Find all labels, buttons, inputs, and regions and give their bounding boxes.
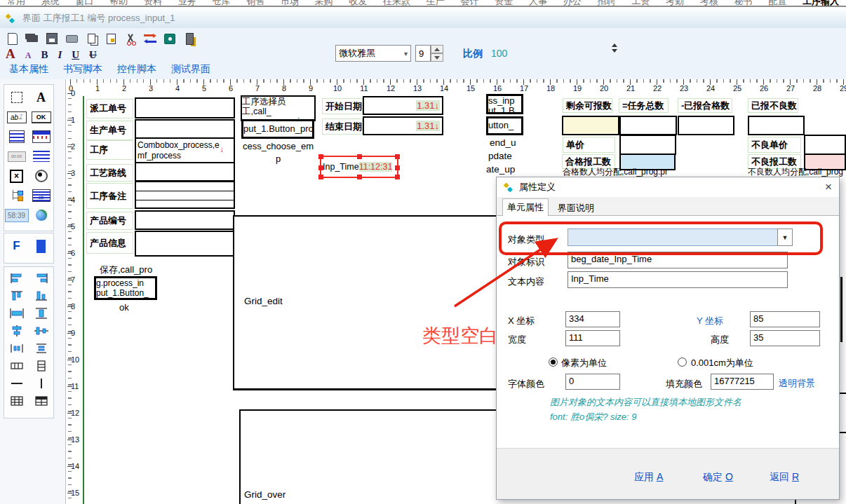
reported-bad-input[interactable] [748, 116, 805, 135]
italic-button[interactable]: I [58, 49, 62, 61]
horizontal-line-icon[interactable] [10, 378, 24, 389]
selection-handle[interactable] [357, 175, 362, 179]
selection-handle[interactable] [357, 154, 362, 159]
menu-item[interactable]: 业务 [178, 0, 196, 7]
field-input-process[interactable]: Combobox_process,e mf_process ↓ [135, 137, 235, 163]
text-content-input[interactable]: Inp_Time [568, 271, 788, 288]
swap-arrows-icon[interactable] [143, 32, 157, 46]
memo-tool-icon[interactable] [9, 130, 25, 143]
selection-handle[interactable] [318, 165, 323, 170]
font-size-stepper[interactable] [431, 45, 443, 62]
font-color-input[interactable]: 0 [565, 374, 620, 390]
datagrid-tool-icon[interactable] [32, 130, 51, 143]
equal-hspacing-icon[interactable] [10, 343, 24, 354]
listview-tool-icon[interactable]: ab [32, 189, 51, 202]
save-button[interactable]: g.process_in put_1.Button_ [94, 276, 157, 300]
menu-item[interactable]: 收发 [349, 0, 367, 7]
same-width-icon[interactable] [10, 308, 24, 319]
script-icon[interactable] [163, 32, 177, 46]
tab-test-ui[interactable]: 测试界面 [171, 63, 210, 76]
dialog-tab-ui-notes[interactable]: 界面说明 [553, 200, 599, 216]
width-input[interactable]: 111 [565, 330, 620, 346]
emp-choose-button-2[interactable]: put_1.Button_pro [241, 119, 314, 139]
menu-item[interactable]: 采购 [315, 0, 333, 7]
dialog-close-icon[interactable]: × [825, 180, 832, 194]
ok-button[interactable]: 确定 O [703, 471, 733, 484]
x-coord-input[interactable]: 334 [565, 311, 620, 327]
align-bottom-icon[interactable] [34, 290, 48, 301]
equal-vspacing-icon[interactable] [34, 343, 48, 354]
menu-item[interactable]: 会计 [461, 0, 479, 7]
rows-icon[interactable] [34, 360, 48, 372]
time-box-tool-icon[interactable]: 00:00 [8, 151, 26, 162]
select-tool-icon[interactable] [11, 92, 22, 103]
columns-icon[interactable] [10, 360, 24, 372]
font-family-select[interactable]: 微软雅黑 ▾ [335, 45, 411, 62]
menu-item[interactable]: 往来款 [383, 0, 410, 7]
new-file-icon[interactable] [6, 32, 20, 46]
print-preview-icon[interactable] [65, 32, 79, 46]
menu-item[interactable]: 市场 [281, 0, 299, 7]
field-input-dispatch-no[interactable] [135, 97, 235, 118]
selection-handle[interactable] [318, 154, 323, 159]
same-height-icon[interactable] [34, 308, 48, 319]
selection-handle[interactable] [318, 175, 323, 179]
scale-spinner[interactable] [612, 43, 617, 53]
tab-control-script[interactable]: 控件脚本 [117, 63, 156, 76]
start-date-input[interactable]: 1.31↓ [363, 96, 443, 115]
align-left-icon[interactable] [10, 273, 24, 284]
menu-item[interactable]: 帮助 [109, 0, 128, 7]
tree-tool-icon[interactable] [11, 190, 23, 201]
task-total-input[interactable] [619, 116, 677, 135]
menu-item[interactable]: 人事 [529, 0, 547, 7]
emp-choose-button[interactable]: 工序选择员工,call_ prog.process_in [241, 95, 316, 121]
copy-icon[interactable] [84, 32, 98, 46]
align-right-icon[interactable] [34, 273, 48, 284]
unit-cm-radio[interactable] [678, 357, 687, 367]
field-input-product-info[interactable] [135, 231, 235, 257]
label-tool-icon[interactable]: A [36, 90, 46, 105]
menu-item[interactable]: 生产 [427, 0, 445, 7]
apply-button[interactable]: 应用 A [634, 471, 663, 484]
selection-handle[interactable] [395, 154, 400, 159]
table-icon[interactable] [34, 395, 48, 407]
menu-item[interactable]: 工序输入 [803, 0, 839, 7]
textbox-tool-icon[interactable]: ab⌶ [7, 111, 27, 123]
height-input[interactable]: 35 [750, 330, 820, 346]
inp-time-element-selected[interactable]: Inp_Time11:12:31 [320, 156, 398, 178]
font-small-button[interactable]: A [25, 50, 32, 61]
field-input-product-no[interactable] [135, 210, 235, 230]
tab-basic-properties[interactable]: 基本属性 [9, 63, 48, 76]
unit-pixel-radio[interactable] [549, 357, 558, 367]
center-horizontal-icon[interactable] [10, 325, 24, 336]
menu-item[interactable]: 考勤 [666, 0, 684, 7]
stepper-down-icon[interactable] [431, 53, 443, 62]
image-globe-tool-icon[interactable] [36, 210, 47, 221]
bold-button[interactable]: B [41, 49, 48, 61]
radio-tool-icon[interactable] [35, 170, 48, 182]
return-button[interactable]: 返回 R [770, 471, 799, 484]
save-icon[interactable] [45, 32, 59, 46]
grid-icon[interactable] [10, 395, 24, 407]
menu-item[interactable]: 窗口 [75, 0, 93, 7]
menu-item[interactable]: 办公 [563, 0, 582, 7]
font-size-input[interactable]: 9 [415, 45, 431, 62]
center-vertical-icon[interactable] [34, 325, 48, 336]
process-dropdown-arrow-icon[interactable]: ↓ [220, 144, 224, 155]
menu-item[interactable]: 销售 [246, 0, 264, 7]
selection-handle[interactable] [395, 175, 400, 179]
reported-ok-input[interactable] [678, 116, 734, 135]
button-tool-icon[interactable]: OK [32, 111, 51, 123]
price-input[interactable] [619, 135, 676, 155]
dialog-title-bar[interactable]: ◆◆ 属性定义 × [497, 177, 839, 197]
transparent-bg-link[interactable]: 透明背景 [779, 377, 815, 390]
dialog-tab-cell-props[interactable]: 单元属性 [502, 198, 549, 216]
fill-color-tool-icon[interactable] [36, 240, 46, 253]
stepper-up-icon[interactable] [431, 45, 443, 53]
time-display-tool-icon[interactable]: 58:39 [5, 209, 29, 222]
listbox-tool-icon[interactable] [33, 151, 50, 162]
ss-update-button-1[interactable]: ss_inp ut_1.B [486, 94, 523, 114]
bad-price-input[interactable] [804, 135, 846, 155]
selection-handle[interactable] [395, 165, 400, 170]
ss-update-button-2[interactable]: utton_ [486, 116, 523, 135]
